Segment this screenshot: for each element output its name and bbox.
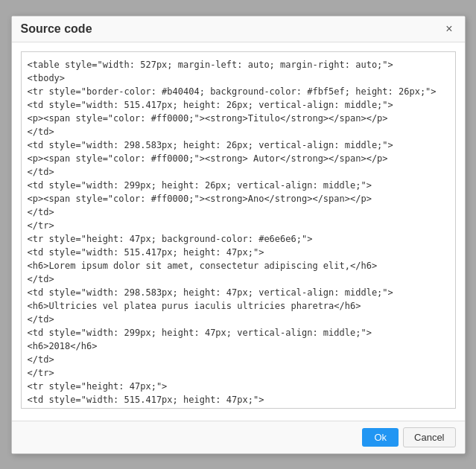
modal-overlay: Source code × Ok Cancel [0, 0, 476, 469]
modal-title: Source code [21, 22, 92, 36]
cancel-button[interactable]: Cancel [403, 427, 455, 447]
ok-button[interactable]: Ok [362, 428, 399, 447]
source-code-modal: Source code × Ok Cancel [11, 16, 466, 454]
modal-footer: Ok Cancel [12, 421, 465, 453]
modal-close-button[interactable]: × [442, 23, 455, 35]
source-code-textarea[interactable] [21, 51, 456, 409]
modal-body [12, 42, 465, 421]
modal-header: Source code × [12, 16, 465, 42]
